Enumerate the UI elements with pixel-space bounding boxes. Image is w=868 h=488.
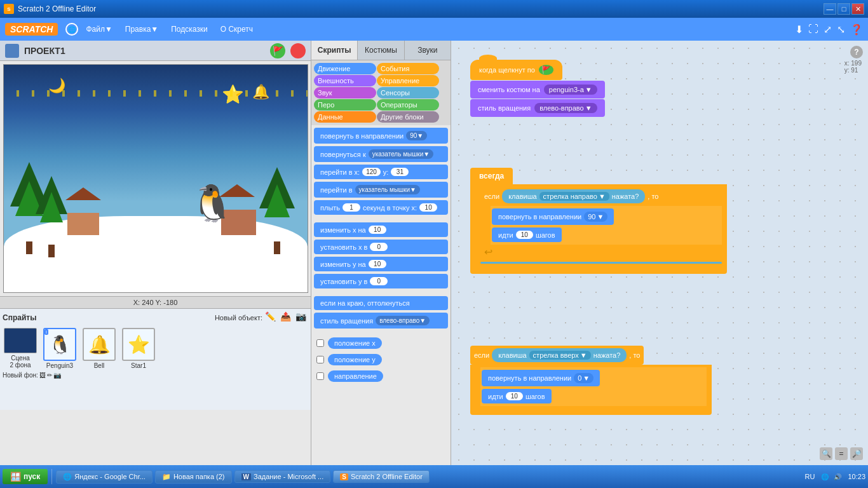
block-y-pos[interactable]: положение y [328, 354, 382, 365]
if-block-1: если клавиша стрелка направо▼ нажата? , … [480, 187, 722, 259]
globe-icon[interactable]: 🌐 [65, 23, 78, 36]
forever-body: если клавиша стрелка направо▼ нажата? , … [470, 184, 727, 268]
rotation-dropdown[interactable]: влево-вправо▼ [534, 103, 597, 113]
sprites-panel: Спрайты Новый объект: ✏️ 📤 📷 Сцена2 фона [0, 308, 311, 410]
menu-file[interactable]: Файл▼ [81, 22, 117, 36]
turn-direction-block-1[interactable]: повернуть в направлении 90▼ [492, 208, 614, 225]
titlebar-controls[interactable]: — □ ✕ [824, 3, 864, 15]
when-flag-block[interactable]: когда щелкнут по 🚩 [470, 60, 605, 80]
turn-direction-block-2[interactable]: повернуть в направлении 0▼ [482, 370, 600, 386]
stop-button[interactable] [290, 43, 306, 58]
fullscreen-icon[interactable]: ⛶ [808, 24, 818, 35]
set-costume-block[interactable]: сменить костюм на penguin3-a▼ [470, 81, 605, 98]
network-icon: 🌐 [820, 471, 830, 482]
script-group-1: когда щелкнут по 🚩 сменить костюм на pen… [470, 60, 605, 117]
block-direction-checkbox[interactable] [316, 372, 324, 380]
expand-icon[interactable]: ⤢ [824, 24, 832, 36]
sprite-item-penguin[interactable]: i 🐧 Penguin3 [42, 327, 78, 370]
tab-costumes[interactable]: Костюмы [358, 41, 404, 60]
maximize-button[interactable]: □ [837, 3, 850, 15]
start-button[interactable]: 🪟 пуск [3, 469, 48, 484]
dir-val-2[interactable]: 0▼ [574, 373, 593, 383]
set-rotation-block[interactable]: стиль вращения влево-вправо▼ [470, 99, 605, 117]
block-y-pos-checkbox[interactable] [316, 356, 324, 363]
block-change-x[interactable]: изменить x на 10 [314, 222, 448, 237]
green-flag-button[interactable]: 🚩 [270, 43, 285, 58]
cat-sensing[interactable]: Сенсоры [377, 87, 439, 98]
set-costume-label: сменить костюм на [478, 86, 540, 93]
block-go-to-xy[interactable]: перейти в x: 120 y: 31 [314, 165, 448, 179]
taskbar-item-word[interactable]: W Задание - Microsoft ... [234, 470, 331, 483]
turn-dir-label-2: повернуть в направлении [488, 374, 571, 382]
block-glide[interactable]: плыть 1 секунд в точку x: 10 [314, 200, 448, 215]
zoom-out-button[interactable]: 🔎 [850, 447, 863, 460]
block-set-x[interactable]: установить x в 0 [314, 240, 448, 254]
sprite-name-penguin: Penguin3 [46, 362, 73, 369]
new-backdrop-label: Новый фон: [3, 372, 38, 379]
block-bounce[interactable]: если на краю, оттолкнуться [314, 296, 448, 310]
cat-motion[interactable]: Движение [314, 63, 376, 74]
steps-label-2: шагов [526, 393, 545, 400]
sprite-item-star[interactable]: ⭐ Star1 [121, 327, 156, 370]
cat-sound[interactable]: Звук [314, 87, 376, 98]
download-icon[interactable]: ⬇ [795, 24, 803, 36]
camera-sprite-button[interactable]: 📷 [295, 311, 308, 324]
block-x-pos-checkbox[interactable] [316, 339, 324, 347]
cat-more[interactable]: Другие блоки [377, 111, 439, 123]
dir-val-1[interactable]: 90▼ [584, 212, 607, 222]
block-turn-direction[interactable]: повернуть в направлении 90▼ [314, 128, 448, 144]
if-row-1[interactable]: если клавиша стрелка направо▼ нажата? , … [480, 187, 722, 206]
upload-sprite-button[interactable]: 📤 [280, 311, 293, 324]
paint-backdrop-button[interactable]: 🖼 [39, 372, 46, 379]
blocks-list: повернуть в направлении 90▼ повернуться … [311, 125, 451, 465]
key-pressed-2[interactable]: клавиша стрелка вверх▼ нажата? [492, 348, 627, 362]
cat-control[interactable]: Управление [377, 75, 439, 86]
zoom-in-button[interactable]: 🔍 [820, 447, 832, 460]
if-row-2[interactable]: если клавиша стрелка вверх▼ нажата? , то [470, 346, 644, 365]
cat-data[interactable]: Данные [314, 111, 376, 123]
help-button[interactable]: ? [850, 46, 863, 58]
if-group-2: если клавиша стрелка вверх▼ нажата? , то… [470, 346, 712, 415]
close-button[interactable]: ✕ [851, 3, 864, 15]
tab-scripts[interactable]: Скрипты [311, 41, 358, 60]
costume-dropdown[interactable]: penguin3-a▼ [544, 85, 597, 95]
block-point-towards[interactable]: повернуться к указатель мышки▼ [314, 146, 448, 162]
taskbar-item-scratch[interactable]: S Scratch 2 Offline Editor [333, 470, 430, 483]
key-pressed-1[interactable]: клавиша стрелка направо▼ нажата? [502, 189, 645, 203]
when-flag-label: когда щелкнут по [479, 66, 535, 74]
zoom-reset-button[interactable]: = [835, 447, 848, 460]
key-val-1[interactable]: стрелка направо▼ [539, 192, 609, 201]
block-change-y[interactable]: изменить y на 10 [314, 257, 448, 271]
key-val-2[interactable]: стрелка вверх▼ [529, 351, 591, 360]
menu-edit[interactable]: Правка▼ [120, 22, 163, 36]
upload-backdrop-button[interactable]: ✏ [47, 372, 52, 379]
compress-icon[interactable]: ⤡ [837, 24, 845, 36]
menu-tips[interactable]: Подсказки [166, 22, 213, 36]
help-icon[interactable]: ❓ [850, 24, 863, 36]
cat-pen[interactable]: Перо [314, 99, 376, 111]
steps-val-2: 10 [506, 392, 523, 400]
block-set-y[interactable]: установить y в 0 [314, 274, 448, 288]
taskbar-item-chrome[interactable]: 🌐 Яндекс - Google Chr... [56, 470, 153, 484]
scripts-content: ? x: 199 y: 91 когда щелкнут по 🚩 [451, 41, 868, 465]
tab-sounds[interactable]: Звуки [405, 41, 451, 60]
forever-block[interactable]: всегда [470, 168, 513, 184]
paint-sprite-button[interactable]: ✏️ [265, 311, 278, 324]
block-set-rotation-style[interactable]: стиль вращения влево-вправо▼ [314, 313, 448, 329]
cat-looks[interactable]: Внешность [314, 75, 376, 86]
scene-item[interactable]: Сцена2 фона [3, 327, 38, 370]
camera-backdrop-button[interactable]: 📷 [53, 372, 61, 379]
move-block-2[interactable]: идти 10 шагов [482, 389, 552, 403]
block-direction[interactable]: направление [328, 370, 383, 382]
lights-decoration [4, 90, 308, 97]
sprite-item-bell[interactable]: 🔔 Bell [81, 327, 117, 370]
block-go-to[interactable]: перейти в указатель мышки▼ [314, 182, 448, 198]
minimize-button[interactable]: — [824, 3, 836, 15]
move-block-1[interactable]: идти 10 шагов [492, 227, 562, 242]
forever-bottom [470, 268, 727, 274]
cat-operators[interactable]: Операторы [377, 99, 439, 111]
menu-about[interactable]: О Скретч [215, 22, 258, 36]
block-x-pos[interactable]: положение x [328, 337, 382, 349]
cat-events[interactable]: События [377, 63, 439, 74]
taskbar-item-folder[interactable]: 📁 Новая папка (2) [155, 470, 232, 484]
